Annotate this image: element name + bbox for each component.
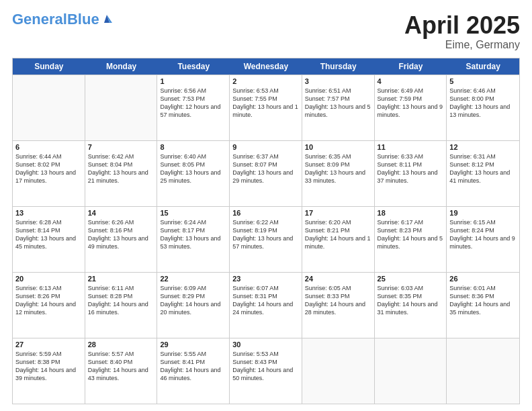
day-info: Sunrise: 6:13 AM Sunset: 8:26 PM Dayligh… [15,284,82,317]
cal-cell-4-3: 30Sunrise: 5:53 AM Sunset: 8:43 PM Dayli… [230,338,302,404]
day-info: Sunrise: 6:44 AM Sunset: 8:02 PM Dayligh… [15,152,82,185]
cal-week-5: 27Sunrise: 5:59 AM Sunset: 8:38 PM Dayli… [13,338,519,404]
cal-cell-0-3: 2Sunrise: 6:53 AM Sunset: 7:55 PM Daylig… [230,75,302,140]
cal-cell-3-2: 22Sunrise: 6:09 AM Sunset: 8:29 PM Dayli… [157,273,230,338]
cal-cell-4-6 [447,338,519,404]
day-number: 17 [305,209,371,217]
cal-cell-3-3: 23Sunrise: 6:07 AM Sunset: 8:31 PM Dayli… [230,273,302,338]
cal-cell-3-4: 24Sunrise: 6:05 AM Sunset: 8:33 PM Dayli… [302,273,375,338]
day-info: Sunrise: 6:07 AM Sunset: 8:31 PM Dayligh… [232,284,299,317]
cal-cell-1-3: 9Sunrise: 6:37 AM Sunset: 8:07 PM Daylig… [230,141,302,206]
day-info: Sunrise: 6:09 AM Sunset: 8:29 PM Dayligh… [160,284,226,317]
weekday-thursday: Thursday [302,58,375,75]
cal-cell-0-2: 1Sunrise: 6:56 AM Sunset: 7:53 PM Daylig… [157,75,230,140]
day-number: 28 [88,340,154,349]
cal-cell-4-5 [375,338,447,404]
day-info: Sunrise: 6:46 AM Sunset: 8:00 PM Dayligh… [449,87,517,120]
cal-cell-3-1: 21Sunrise: 6:11 AM Sunset: 8:28 PM Dayli… [85,273,158,338]
day-number: 20 [15,275,82,283]
cal-cell-2-1: 14Sunrise: 6:26 AM Sunset: 8:16 PM Dayli… [85,207,158,272]
cal-cell-0-0 [13,75,85,140]
cal-cell-1-6: 12Sunrise: 6:31 AM Sunset: 8:12 PM Dayli… [447,141,519,206]
day-number: 5 [449,77,517,85]
day-info: Sunrise: 6:03 AM Sunset: 8:35 PM Dayligh… [378,284,444,317]
day-info: Sunrise: 6:49 AM Sunset: 7:59 PM Dayligh… [378,87,444,120]
day-number: 26 [449,275,517,283]
logo: GeneralBlue [12,12,113,27]
logo-blue: Blue [67,11,99,28]
day-number: 24 [305,275,371,283]
day-number: 30 [232,340,299,349]
cal-cell-3-6: 26Sunrise: 6:01 AM Sunset: 8:36 PM Dayli… [447,273,519,338]
calendar-body: 1Sunrise: 6:56 AM Sunset: 7:53 PM Daylig… [13,75,519,404]
cal-cell-3-0: 20Sunrise: 6:13 AM Sunset: 8:26 PM Dayli… [13,273,85,338]
weekday-monday: Monday [85,58,158,75]
cal-cell-1-1: 7Sunrise: 6:42 AM Sunset: 8:04 PM Daylig… [85,141,158,206]
day-number: 29 [160,340,226,349]
cal-week-1: 1Sunrise: 6:56 AM Sunset: 7:53 PM Daylig… [13,75,519,140]
day-info: Sunrise: 6:17 AM Sunset: 8:23 PM Dayligh… [378,218,444,251]
day-info: Sunrise: 5:59 AM Sunset: 8:38 PM Dayligh… [15,350,82,383]
day-info: Sunrise: 6:37 AM Sunset: 8:07 PM Dayligh… [232,152,299,185]
cal-cell-2-0: 13Sunrise: 6:28 AM Sunset: 8:14 PM Dayli… [13,207,85,272]
day-number: 18 [378,209,444,217]
day-info: Sunrise: 6:53 AM Sunset: 7:55 PM Dayligh… [232,87,299,120]
cal-cell-0-4: 3Sunrise: 6:51 AM Sunset: 7:57 PM Daylig… [302,75,375,140]
day-number: 2 [232,77,299,85]
cal-cell-0-5: 4Sunrise: 6:49 AM Sunset: 7:59 PM Daylig… [375,75,447,140]
day-info: Sunrise: 6:33 AM Sunset: 8:11 PM Dayligh… [378,152,444,185]
title-location: Eime, Germany [404,39,520,51]
day-number: 13 [15,209,82,217]
day-number: 10 [305,143,371,151]
day-info: Sunrise: 6:01 AM Sunset: 8:36 PM Dayligh… [449,284,517,317]
title-month: April 2025 [404,12,520,39]
calendar-header: Sunday Monday Tuesday Wednesday Thursday… [13,58,519,75]
day-info: Sunrise: 6:35 AM Sunset: 8:09 PM Dayligh… [305,152,371,185]
cal-week-3: 13Sunrise: 6:28 AM Sunset: 8:14 PM Dayli… [13,206,519,272]
day-number: 27 [15,340,82,349]
day-number: 25 [378,275,444,283]
day-number: 1 [160,77,226,85]
weekday-wednesday: Wednesday [230,58,302,75]
day-number: 22 [160,275,226,283]
day-info: Sunrise: 6:28 AM Sunset: 8:14 PM Dayligh… [15,218,82,251]
weekday-sunday: Sunday [13,58,85,75]
page: GeneralBlue April 2025 Eime, Germany Sun… [0,0,532,411]
day-info: Sunrise: 6:40 AM Sunset: 8:05 PM Dayligh… [160,152,226,185]
day-number: 7 [88,143,154,151]
day-number: 9 [232,143,299,151]
day-number: 6 [15,143,82,151]
weekday-tuesday: Tuesday [157,58,230,75]
day-info: Sunrise: 6:42 AM Sunset: 8:04 PM Dayligh… [88,152,154,185]
day-info: Sunrise: 6:26 AM Sunset: 8:16 PM Dayligh… [88,218,154,251]
cal-cell-4-0: 27Sunrise: 5:59 AM Sunset: 8:38 PM Dayli… [13,338,85,404]
day-number: 11 [378,143,444,151]
day-info: Sunrise: 6:56 AM Sunset: 7:53 PM Dayligh… [160,87,226,120]
cal-cell-2-6: 19Sunrise: 6:15 AM Sunset: 8:24 PM Dayli… [447,207,519,272]
cal-cell-2-2: 15Sunrise: 6:24 AM Sunset: 8:17 PM Dayli… [157,207,230,272]
cal-cell-2-4: 17Sunrise: 6:20 AM Sunset: 8:21 PM Dayli… [302,207,375,272]
title-block: April 2025 Eime, Germany [404,12,520,51]
cal-cell-1-2: 8Sunrise: 6:40 AM Sunset: 8:05 PM Daylig… [157,141,230,206]
day-info: Sunrise: 5:55 AM Sunset: 8:41 PM Dayligh… [160,350,226,383]
day-number: 4 [378,77,444,85]
day-number: 21 [88,275,154,283]
day-info: Sunrise: 5:57 AM Sunset: 8:40 PM Dayligh… [88,350,154,383]
day-number: 15 [160,209,226,217]
day-info: Sunrise: 6:51 AM Sunset: 7:57 PM Dayligh… [305,87,371,120]
day-info: Sunrise: 6:24 AM Sunset: 8:17 PM Dayligh… [160,218,226,251]
cal-cell-2-3: 16Sunrise: 6:22 AM Sunset: 8:19 PM Dayli… [230,207,302,272]
day-info: Sunrise: 6:20 AM Sunset: 8:21 PM Dayligh… [305,218,371,251]
day-info: Sunrise: 5:53 AM Sunset: 8:43 PM Dayligh… [232,350,299,383]
day-number: 19 [449,209,517,217]
cal-cell-0-1 [85,75,158,140]
day-number: 16 [232,209,299,217]
day-number: 8 [160,143,226,151]
cal-cell-4-2: 29Sunrise: 5:55 AM Sunset: 8:41 PM Dayli… [157,338,230,404]
day-info: Sunrise: 6:11 AM Sunset: 8:28 PM Dayligh… [88,284,154,317]
weekday-saturday: Saturday [447,58,519,75]
cal-cell-2-5: 18Sunrise: 6:17 AM Sunset: 8:23 PM Dayli… [375,207,447,272]
day-info: Sunrise: 6:05 AM Sunset: 8:33 PM Dayligh… [305,284,371,317]
weekday-friday: Friday [375,58,447,75]
cal-cell-3-5: 25Sunrise: 6:03 AM Sunset: 8:35 PM Dayli… [375,273,447,338]
